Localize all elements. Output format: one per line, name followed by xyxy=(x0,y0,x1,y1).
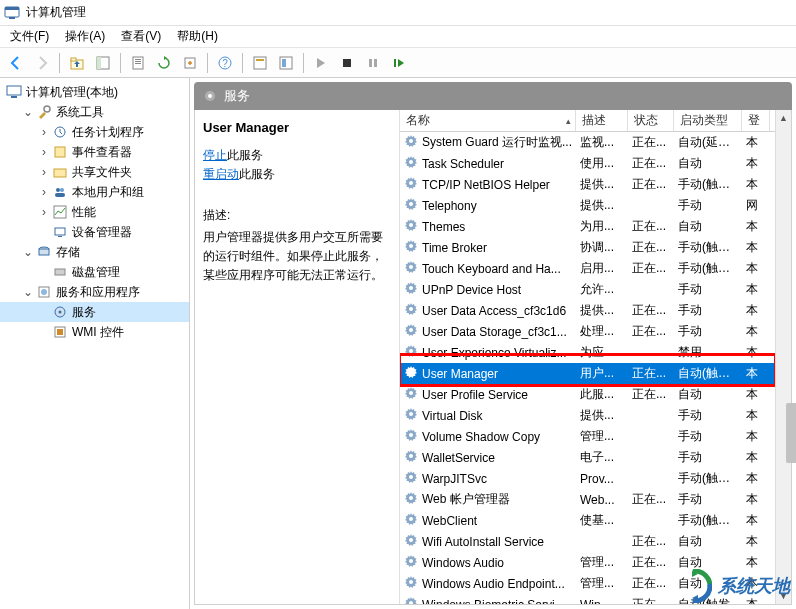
filter-button[interactable] xyxy=(248,51,272,75)
toolbar-separator xyxy=(242,53,243,73)
navigation-tree[interactable]: 计算机管理(本地) ⌄ 系统工具 ›任务计划程序 ›事件查看器 ›共享文件夹 ›… xyxy=(0,78,190,609)
service-row[interactable]: Wifi AutoInstall Service正在...自动本 xyxy=(400,531,775,552)
gear-icon xyxy=(404,386,418,403)
tree-disk-mgmt[interactable]: 磁盘管理 xyxy=(0,262,189,282)
service-row[interactable]: UPnP Device Host允许...手动本 xyxy=(400,279,775,300)
tree-task-scheduler[interactable]: ›任务计划程序 xyxy=(0,122,189,142)
menu-help[interactable]: 帮助(H) xyxy=(169,26,226,47)
app-icon xyxy=(4,5,20,21)
tree-performance[interactable]: ›性能 xyxy=(0,202,189,222)
tree-storage[interactable]: ⌄存储 xyxy=(0,242,189,262)
service-row[interactable]: Touch Keyboard and Ha...启用...正在...手动(触发.… xyxy=(400,258,775,279)
forward-button[interactable] xyxy=(30,51,54,75)
tree-local-users[interactable]: ›本地用户和组 xyxy=(0,182,189,202)
svg-point-61 xyxy=(409,475,413,479)
service-name: System Guard 运行时监视... xyxy=(422,134,572,151)
export-button[interactable] xyxy=(178,51,202,75)
service-start: 禁用 xyxy=(674,344,742,361)
service-row[interactable]: User Data Access_cf3c1d6提供...正在...手动本 xyxy=(400,300,775,321)
tree-device-manager[interactable]: 设备管理器 xyxy=(0,222,189,242)
column-name[interactable]: 名称▴ xyxy=(400,110,576,131)
service-row[interactable]: WebClient使基...手动(触发...本 xyxy=(400,510,775,531)
gear-icon xyxy=(404,197,418,214)
gear-icon xyxy=(404,134,418,151)
start-service-button[interactable] xyxy=(309,51,333,75)
service-row[interactable]: WalletService电子...手动本 xyxy=(400,447,775,468)
expand-icon[interactable]: › xyxy=(38,125,50,139)
refresh-button[interactable] xyxy=(152,51,176,75)
svg-point-47 xyxy=(409,181,413,185)
service-name: WarpJITSvc xyxy=(422,472,487,486)
collapse-icon[interactable]: ⌄ xyxy=(22,245,34,259)
service-row[interactable]: User Manager用户...正在...自动(触发...本 xyxy=(400,363,775,384)
svg-text:?: ? xyxy=(222,58,228,69)
scroll-up-button[interactable]: ▲ xyxy=(776,110,791,126)
help-button[interactable]: ? xyxy=(213,51,237,75)
svg-point-45 xyxy=(409,139,413,143)
service-row[interactable]: System Guard 运行时监视...监视...正在...自动(延迟...本 xyxy=(400,132,775,153)
expand-icon[interactable]: › xyxy=(38,185,50,199)
toolbar: ? xyxy=(0,48,796,78)
content-pane: 服务 User Manager 停止此服务 重启动此服务 描述: 用户管理器提供… xyxy=(190,78,796,609)
filter2-button[interactable] xyxy=(274,51,298,75)
up-button[interactable] xyxy=(65,51,89,75)
service-row[interactable]: TCP/IP NetBIOS Helper提供...正在...手动(触发...本 xyxy=(400,174,775,195)
menu-action[interactable]: 操作(A) xyxy=(57,26,113,47)
service-row[interactable]: Task Scheduler使用...正在...自动本 xyxy=(400,153,775,174)
restart-service-button[interactable] xyxy=(387,51,411,75)
service-row[interactable]: Themes为用...正在...自动本 xyxy=(400,216,775,237)
tree-services-apps[interactable]: ⌄服务和应用程序 xyxy=(0,282,189,302)
service-name: User Data Access_cf3c1d6 xyxy=(422,304,566,318)
service-row[interactable]: User Data Storage_cf3c1...处理...正在...手动本 xyxy=(400,321,775,342)
gear-icon xyxy=(404,470,418,487)
service-state: 正在... xyxy=(628,554,674,571)
service-row[interactable]: Telephony提供...手动网 xyxy=(400,195,775,216)
tree-wmi[interactable]: WMI 控件 xyxy=(0,322,189,342)
service-row[interactable]: User Experience Virtualiz...为应...禁用本 xyxy=(400,342,775,363)
service-name: WalletService xyxy=(422,451,495,465)
pause-service-button[interactable] xyxy=(361,51,385,75)
properties-button[interactable] xyxy=(126,51,150,75)
tree-event-viewer[interactable]: ›事件查看器 xyxy=(0,142,189,162)
service-row[interactable]: Web 帐户管理器Web...正在...手动本 xyxy=(400,489,775,510)
content-header-title: 服务 xyxy=(224,87,250,105)
menu-file[interactable]: 文件(F) xyxy=(2,26,57,47)
gear-icon xyxy=(404,281,418,298)
vertical-scrollbar[interactable]: ▲ ▼ xyxy=(775,110,791,604)
service-name: Touch Keyboard and Ha... xyxy=(422,262,561,276)
service-name: Task Scheduler xyxy=(422,157,504,171)
back-button[interactable] xyxy=(4,51,28,75)
tree-shared-folders[interactable]: ›共享文件夹 xyxy=(0,162,189,182)
column-login[interactable]: 登 xyxy=(742,110,770,131)
tree-system-tools[interactable]: ⌄ 系统工具 xyxy=(0,102,189,122)
service-start: 手动 xyxy=(674,302,742,319)
service-row[interactable]: User Profile Service此服...正在...自动本 xyxy=(400,384,775,405)
restart-link[interactable]: 重启动 xyxy=(203,167,239,181)
stop-service-button[interactable] xyxy=(335,51,359,75)
collapse-icon[interactable]: ⌄ xyxy=(22,285,34,299)
expand-icon[interactable]: › xyxy=(38,165,50,179)
service-login: 本 xyxy=(742,260,770,277)
gear-icon xyxy=(202,88,218,104)
service-login: 本 xyxy=(742,239,770,256)
collapse-icon[interactable]: ⌄ xyxy=(22,105,34,119)
tree-root[interactable]: 计算机管理(本地) xyxy=(0,82,189,102)
service-row[interactable]: WarpJITSvcProv...手动(触发...本 xyxy=(400,468,775,489)
grid-body[interactable]: System Guard 运行时监视...监视...正在...自动(延迟...本… xyxy=(400,132,775,604)
show-hide-button[interactable] xyxy=(91,51,115,75)
menu-view[interactable]: 查看(V) xyxy=(113,26,169,47)
column-state[interactable]: 状态 xyxy=(628,110,674,131)
expand-icon[interactable]: › xyxy=(38,145,50,159)
service-row[interactable]: Time Broker协调...正在...手动(触发...本 xyxy=(400,237,775,258)
scroll-thumb[interactable] xyxy=(786,403,797,463)
stop-link[interactable]: 停止 xyxy=(203,148,227,162)
service-desc: 管理... xyxy=(576,554,628,571)
tree-label: WMI 控件 xyxy=(72,324,124,341)
service-row[interactable]: Volume Shadow Copy管理...手动本 xyxy=(400,426,775,447)
service-row[interactable]: Virtual Disk提供...手动本 xyxy=(400,405,775,426)
service-start: 手动 xyxy=(674,491,742,508)
tree-services[interactable]: 服务 xyxy=(0,302,189,322)
expand-icon[interactable]: › xyxy=(38,205,50,219)
column-desc[interactable]: 描述 xyxy=(576,110,628,131)
column-start[interactable]: 启动类型 xyxy=(674,110,742,131)
